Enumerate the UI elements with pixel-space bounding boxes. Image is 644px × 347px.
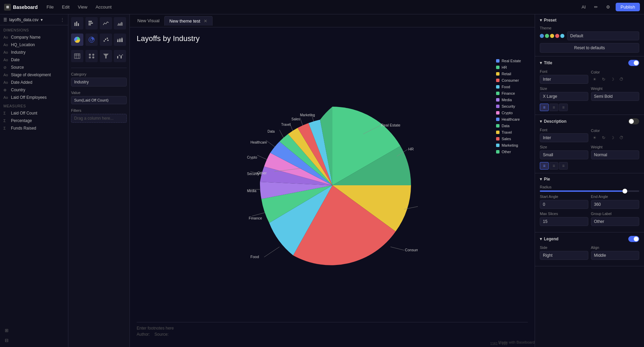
nav-file[interactable]: File: [43, 3, 57, 11]
nav-edit[interactable]: Edit: [58, 3, 73, 11]
value-label: Value: [71, 91, 127, 95]
svg-line-42: [264, 247, 279, 257]
sidebar-item-date-added[interactable]: Ao Date Added: [0, 79, 68, 86]
theme-select[interactable]: Default: [567, 31, 639, 40]
publish-button[interactable]: Publish: [616, 3, 640, 11]
table-icon[interactable]: [71, 50, 83, 62]
legend-dot-marketing: [496, 144, 499, 147]
layers-icon[interactable]: ⊟: [3, 336, 65, 344]
clock-icon[interactable]: ⏱: [618, 76, 625, 83]
legend-dot-consumer: [496, 79, 499, 82]
ai-icon[interactable]: AI: [579, 2, 588, 12]
tab-close-icon[interactable]: ✕: [204, 18, 207, 24]
category-field: Category: [71, 71, 127, 88]
desc-font-col: Font Inter: [540, 128, 588, 142]
sidebar-item-funds-raised[interactable]: Σ Funds Raised: [0, 124, 68, 132]
desc-align-right-button[interactable]: ≡: [559, 162, 568, 170]
bar-chart-h-icon[interactable]: [85, 17, 98, 29]
start-angle-input[interactable]: [540, 200, 588, 209]
tab-new-visual[interactable]: New Visual: [133, 16, 164, 25]
sun-icon-desc[interactable]: ☀: [591, 134, 599, 142]
end-angle-input[interactable]: [591, 200, 640, 209]
sidebar-item-source[interactable]: ⊘ Source: [0, 64, 68, 71]
tab-new-theme-test[interactable]: New theme test ✕: [164, 16, 213, 26]
title-font-select[interactable]: Inter: [540, 75, 588, 84]
sidebar-item-country[interactable]: ⊕ Country: [0, 86, 68, 94]
text-icon: Ao: [3, 50, 9, 54]
scatter-icon[interactable]: [100, 34, 112, 46]
clock-icon-desc[interactable]: ⏱: [618, 134, 625, 142]
value-input[interactable]: [71, 96, 127, 104]
sun-icon[interactable]: ☀: [591, 76, 599, 83]
legend-item-security: Security: [496, 104, 521, 108]
text-icon: Ao: [3, 43, 9, 47]
desc-size-label: Size: [540, 145, 588, 149]
line-chart-icon[interactable]: [100, 17, 112, 29]
divider: [71, 68, 127, 68]
pivot-icon[interactable]: [85, 50, 98, 62]
more-icon[interactable]: ⋮: [60, 17, 65, 22]
sidebar-item-date[interactable]: Ao Date: [0, 56, 68, 64]
nav-view[interactable]: View: [74, 3, 91, 11]
sidebar-item-laid-off-employees[interactable]: Ao Laid Off Employees: [0, 94, 68, 101]
moon-icon[interactable]: ☽: [609, 76, 616, 83]
align-left-button[interactable]: ≡: [540, 104, 549, 111]
file-icon: ☰: [3, 17, 7, 22]
dimensions-label: Dimensions: [0, 25, 68, 34]
reset-defaults-button[interactable]: Reset to defaults: [540, 43, 639, 53]
svg-text:Sales: Sales: [291, 117, 300, 121]
chevron-down-icon: ▾: [540, 119, 542, 124]
legend-toggle[interactable]: [628, 236, 639, 242]
app-logo[interactable]: ⊞ Baseboard: [4, 4, 38, 11]
sidebar-item-company-name[interactable]: Ao Company Name: [0, 34, 68, 41]
group-label-input[interactable]: [591, 217, 640, 226]
sidebar-item-percentage[interactable]: Σ Percentage: [0, 117, 68, 124]
nav-account[interactable]: Account: [92, 3, 115, 11]
waterfall-icon[interactable]: [114, 50, 126, 62]
legend-align-select[interactable]: Middle Start End: [591, 251, 640, 260]
donut-chart-icon[interactable]: [85, 34, 98, 46]
bar-stack-icon[interactable]: [114, 34, 126, 46]
desc-color-col: Color ☀ ↻ ☽ ⏱: [591, 129, 640, 142]
sync-icon[interactable]: ↻: [600, 76, 607, 83]
group-label-col: Group Label: [591, 212, 640, 226]
sidebar-item-laid-off-count[interactable]: Σ Laid Off Count: [0, 109, 68, 117]
desc-weight-select[interactable]: Normal Bold: [591, 150, 640, 159]
svg-text:Consumer: Consumer: [405, 248, 418, 252]
moon-icon-desc[interactable]: ☽: [609, 134, 616, 142]
sum-icon: Σ: [3, 119, 9, 123]
settings-icon[interactable]: ⚙: [603, 2, 613, 12]
filters-drop-area[interactable]: Drag a column here...: [71, 114, 127, 123]
sidebar-item-hq-location[interactable]: Ao HQ_Location: [0, 41, 68, 49]
edit-icon[interactable]: ✏: [591, 2, 601, 12]
pages-icon[interactable]: ⊞: [3, 326, 65, 334]
desc-align-left-button[interactable]: ≡: [540, 162, 549, 170]
align-center-button[interactable]: ≡: [549, 104, 558, 111]
file-selector[interactable]: ☰ layoffs_data.csv ▾: [3, 17, 43, 22]
area-chart-icon[interactable]: [114, 17, 126, 29]
radius-slider-thumb[interactable]: [622, 189, 627, 193]
bar-chart-icon[interactable]: [71, 17, 83, 29]
pie-chart-icon[interactable]: [71, 34, 83, 46]
description-toggle[interactable]: [628, 118, 639, 124]
legend-item-hr: HR: [496, 65, 521, 69]
desc-font-select[interactable]: Inter: [540, 133, 588, 142]
sync-icon-desc[interactable]: ↻: [600, 134, 607, 142]
align-right-button[interactable]: ≡: [559, 104, 568, 111]
theme-dots: [540, 34, 564, 38]
sidebar-item-stage[interactable]: Ao Stage of development: [0, 71, 68, 79]
desc-align-center-button[interactable]: ≡: [549, 162, 558, 170]
radius-slider[interactable]: [540, 190, 639, 192]
max-slices-input[interactable]: [540, 217, 588, 226]
desc-size-select[interactable]: Small Medium Large: [540, 150, 588, 159]
legend-side-select[interactable]: Right Left Top Bottom: [540, 251, 588, 260]
title-weight-select[interactable]: Semi Bold Normal Bold: [591, 92, 640, 101]
svg-line-40: [390, 247, 404, 250]
category-input[interactable]: [71, 78, 127, 86]
sidebar-item-industry[interactable]: Ao Industry: [0, 49, 68, 56]
title-size-select[interactable]: X Large Large Medium Small: [540, 92, 588, 101]
filters-field: Filters Drag a column here...: [71, 107, 127, 124]
title-toggle[interactable]: [628, 60, 639, 66]
chart-footnotes[interactable]: Enter footnotes here: [137, 325, 528, 331]
funnel-icon[interactable]: [100, 50, 112, 62]
